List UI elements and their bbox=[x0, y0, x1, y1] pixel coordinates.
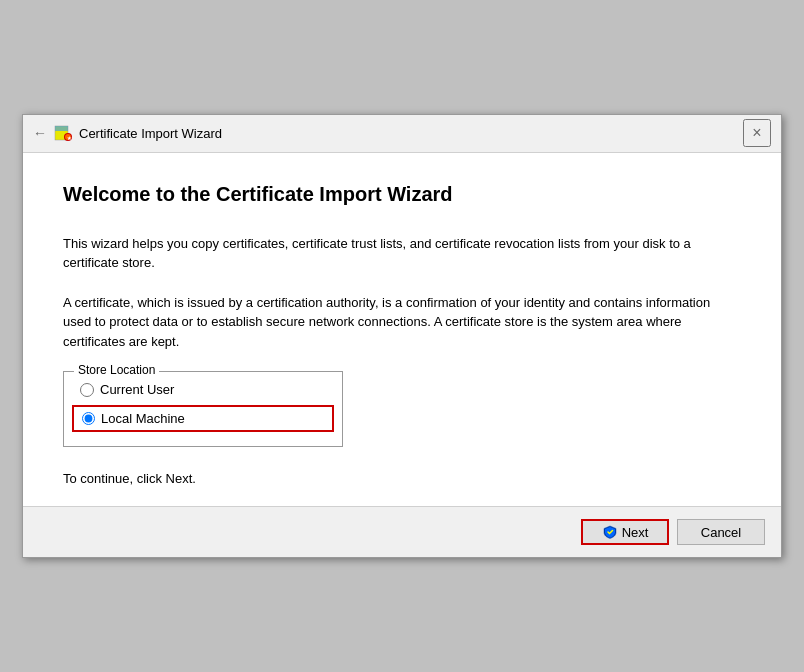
title-bar: ← ★ Certificate Import Wizard × bbox=[23, 115, 781, 153]
next-button[interactable]: Next bbox=[581, 519, 669, 545]
svg-rect-1 bbox=[55, 126, 68, 131]
footer: Next Cancel bbox=[23, 506, 781, 557]
store-location-group: Store Location Current User Local Machin… bbox=[63, 371, 343, 447]
title-bar-title: Certificate Import Wizard bbox=[79, 126, 222, 141]
description-2: A certificate, which is issued by a cert… bbox=[63, 293, 741, 352]
cert-icon: ★ bbox=[53, 123, 73, 143]
description-1: This wizard helps you copy certificates,… bbox=[63, 234, 741, 273]
next-label: Next bbox=[622, 525, 649, 540]
current-user-label: Current User bbox=[100, 382, 174, 397]
shield-icon bbox=[602, 524, 618, 540]
local-machine-radio[interactable] bbox=[82, 412, 95, 425]
continue-text: To continue, click Next. bbox=[63, 471, 741, 486]
current-user-option[interactable]: Current User bbox=[80, 382, 326, 397]
close-button[interactable]: × bbox=[743, 119, 771, 147]
wizard-main-title: Welcome to the Certificate Import Wizard bbox=[63, 183, 741, 206]
store-location-legend: Store Location bbox=[74, 363, 159, 377]
wizard-content: Welcome to the Certificate Import Wizard… bbox=[23, 153, 781, 507]
back-button[interactable]: ← bbox=[33, 125, 47, 141]
wizard-window: ← ★ Certificate Import Wizard × Welcome … bbox=[22, 114, 782, 559]
title-bar-left: ← ★ Certificate Import Wizard bbox=[33, 123, 743, 143]
local-machine-label: Local Machine bbox=[101, 411, 185, 426]
local-machine-row[interactable]: Local Machine bbox=[72, 405, 334, 432]
cancel-button[interactable]: Cancel bbox=[677, 519, 765, 545]
current-user-radio[interactable] bbox=[80, 383, 94, 397]
